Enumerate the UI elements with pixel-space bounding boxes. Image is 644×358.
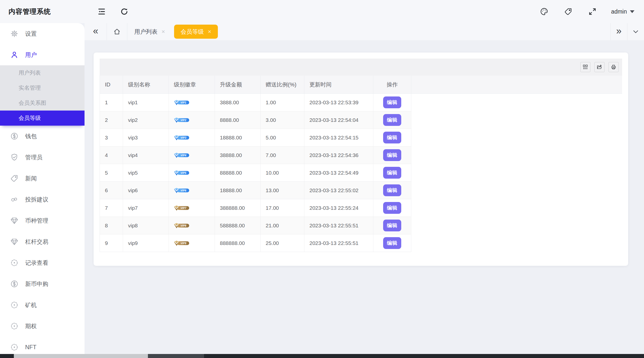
row-filler bbox=[411, 234, 622, 252]
row-filler bbox=[411, 146, 622, 164]
ratio-cell: 17.00 bbox=[261, 199, 304, 217]
tab-user-list[interactable]: 用户列表 × bbox=[127, 23, 172, 40]
tag-icon[interactable] bbox=[563, 6, 574, 17]
sidebar-item-label: 钱包 bbox=[25, 132, 37, 140]
svg-text:VIP3: VIP3 bbox=[181, 136, 186, 139]
sidebar-item-options[interactable]: 期权 bbox=[0, 316, 85, 337]
updated-cell: 2023-03-13 22:54:36 bbox=[304, 146, 373, 164]
updated-cell: 2023-03-13 22:55:51 bbox=[304, 217, 373, 234]
collapse-menu-icon[interactable] bbox=[96, 6, 107, 17]
refresh-icon[interactable] bbox=[119, 6, 130, 17]
column-header: 级别名称 bbox=[123, 76, 169, 94]
edit-button[interactable]: 编辑 bbox=[383, 167, 401, 179]
sidebar-subitem-member-relation-graph[interactable]: 会员关系图 bbox=[0, 95, 85, 111]
table-row: 9vip9 VIP9 888888.0025.002023-03-13 22:5… bbox=[100, 234, 622, 252]
sidebar-item-records[interactable]: 记录查看 bbox=[0, 252, 85, 273]
tab-close-icon[interactable]: × bbox=[208, 29, 211, 35]
username: admin bbox=[611, 8, 627, 15]
badge-cell: VIP4 bbox=[169, 146, 215, 164]
gear-icon bbox=[10, 29, 19, 38]
palette-icon[interactable] bbox=[539, 6, 550, 17]
export-button[interactable] bbox=[594, 62, 605, 72]
tabs-scroll-right-button[interactable]: » bbox=[611, 23, 627, 40]
edit-button[interactable]: 编辑 bbox=[383, 114, 401, 126]
sidebar-item-news[interactable]: 新闻 bbox=[0, 168, 85, 189]
aim-icon bbox=[10, 301, 19, 309]
amount-cell: 888888.00 bbox=[215, 234, 261, 252]
svg-text:VIP1: VIP1 bbox=[181, 101, 186, 104]
print-button[interactable] bbox=[609, 62, 619, 72]
edit-button[interactable]: 编辑 bbox=[383, 220, 401, 231]
sidebar-item-admin-manage[interactable]: 管理员 bbox=[0, 147, 85, 168]
ratio-cell: 7.00 bbox=[261, 146, 304, 164]
svg-text:VIP8: VIP8 bbox=[181, 224, 186, 227]
svg-text:VIP9: VIP9 bbox=[181, 242, 186, 245]
sidebar-item-miner[interactable]: 矿机 bbox=[0, 294, 85, 316]
edit-button[interactable]: 编辑 bbox=[383, 184, 401, 196]
id-cell: 9 bbox=[100, 234, 123, 252]
diamond-icon bbox=[10, 216, 19, 225]
tab-label: 用户列表 bbox=[134, 28, 157, 36]
home-tab-button[interactable] bbox=[107, 23, 127, 40]
svg-text:VIP7: VIP7 bbox=[181, 207, 187, 210]
tabs-menu-button[interactable] bbox=[627, 23, 644, 40]
columns-button[interactable] bbox=[580, 62, 590, 72]
name-cell: vip1 bbox=[123, 94, 169, 111]
edit-button[interactable]: 编辑 bbox=[383, 149, 401, 161]
sidebar-subitem-user-list[interactable]: 用户列表 bbox=[0, 65, 85, 80]
updated-cell: 2023-03-13 22:54:15 bbox=[304, 129, 373, 146]
logo-zone: 内容管理系统 bbox=[0, 7, 85, 16]
edit-button[interactable]: 编辑 bbox=[383, 202, 401, 214]
sidebar-item-users[interactable]: 用户 bbox=[0, 44, 85, 65]
action-cell: 编辑 bbox=[373, 234, 411, 252]
ratio-cell: 5.00 bbox=[261, 129, 304, 146]
amount-cell: 588888.00 bbox=[215, 217, 261, 234]
sidebar-item-label: 期权 bbox=[25, 322, 37, 330]
caret-down-icon bbox=[630, 10, 634, 13]
sidebar-item-settings[interactable]: 设置 bbox=[0, 23, 85, 44]
sidebar-subitem-realname-management[interactable]: 实名管理 bbox=[0, 80, 85, 95]
table-row: 8vip8 VIP8 588888.0021.002023-03-13 22:5… bbox=[100, 217, 622, 234]
sidebar-item-feedback[interactable]: 投拆建议 bbox=[0, 189, 85, 210]
tab-close-icon[interactable]: × bbox=[162, 29, 165, 35]
table-row: 6vip6 VIP6 18888.0013.002023-03-13 22:55… bbox=[100, 182, 622, 199]
tab-label: 会员等级 bbox=[181, 28, 204, 36]
ratio-cell: 3.00 bbox=[261, 111, 304, 129]
app-title: 内容管理系统 bbox=[9, 8, 51, 15]
export-icon bbox=[596, 64, 602, 70]
link-icon bbox=[10, 195, 19, 204]
top-bar: 内容管理系统 admin bbox=[0, 0, 644, 23]
member-level-table: ID级别名称级别徽章升级金额赠送比例(%)更新时间操作1vip1 VIP1 38… bbox=[100, 76, 622, 252]
id-cell: 1 bbox=[100, 94, 123, 111]
topbar-left-actions bbox=[96, 6, 130, 17]
horizontal-scrollbar-thumb[interactable] bbox=[14, 354, 148, 358]
sidebar-item-coin-management[interactable]: 币种管理 bbox=[0, 210, 85, 231]
vip-badge: VIP4 bbox=[174, 152, 190, 158]
sidebar-item-new-coin-subscribe[interactable]: 新币申购 bbox=[0, 273, 85, 294]
action-cell: 编辑 bbox=[373, 129, 411, 146]
vip-badge: VIP9 bbox=[174, 240, 190, 246]
print-icon bbox=[611, 64, 617, 70]
tab-member-level[interactable]: 会员等级 × bbox=[174, 25, 218, 39]
tabs-scroll-left-button[interactable]: « bbox=[85, 23, 107, 40]
edit-button[interactable]: 编辑 bbox=[383, 132, 401, 143]
fullscreen-icon[interactable] bbox=[587, 6, 598, 17]
edit-button[interactable]: 编辑 bbox=[383, 237, 401, 249]
badge-cell: VIP8 bbox=[169, 217, 215, 234]
sidebar-item-leverage-trade[interactable]: 杠杆交易 bbox=[0, 231, 85, 252]
amount-cell: 38888.00 bbox=[215, 146, 261, 164]
table-row: 3vip3 VIP3 18888.005.002023-03-13 22:54:… bbox=[100, 129, 622, 146]
horizontal-scrollbar[interactable] bbox=[0, 354, 644, 358]
edit-button[interactable]: 编辑 bbox=[383, 96, 401, 108]
updated-cell: 2023-03-13 22:55:24 bbox=[304, 199, 373, 217]
sidebar-item-label: 投拆建议 bbox=[25, 196, 48, 203]
sidebar-item-label: 杠杆交易 bbox=[25, 238, 48, 246]
user-menu[interactable]: admin bbox=[611, 8, 634, 15]
amount-cell: 88888.00 bbox=[215, 164, 261, 182]
sidebar-item-wallet[interactable]: 钱包 bbox=[0, 126, 85, 147]
badge-cell: VIP7 bbox=[169, 199, 215, 217]
id-cell: 5 bbox=[100, 164, 123, 182]
sidebar-subitem-member-level[interactable]: 会员等级 bbox=[0, 111, 85, 126]
name-cell: vip9 bbox=[123, 234, 169, 252]
table-header-row: ID级别名称级别徽章升级金额赠送比例(%)更新时间操作 bbox=[100, 76, 622, 94]
